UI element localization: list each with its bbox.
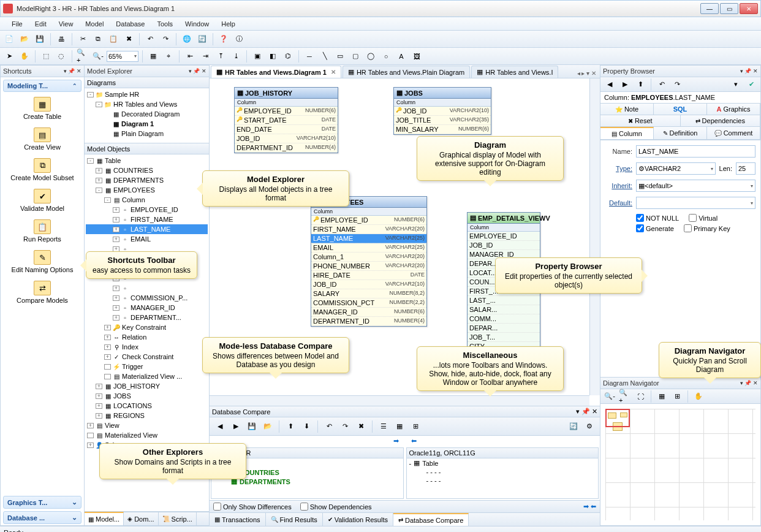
- pin-icon[interactable]: ▾ 📌 ✕: [740, 380, 758, 386]
- menu-edit[interactable]: Edit: [29, 19, 52, 29]
- menu-view[interactable]: View: [53, 19, 79, 29]
- doc-tab-1[interactable]: ▦ HR Tables and Views.Plain Diagram: [343, 66, 470, 78]
- menu-help[interactable]: Help: [216, 19, 241, 29]
- pb-undo-icon[interactable]: ↶: [655, 78, 668, 91]
- type-combo[interactable]: ⚙ VARCHAR2: [636, 162, 716, 175]
- pin-icon[interactable]: ▾ 📌 ✕: [64, 68, 81, 74]
- tab-model[interactable]: ▦ Model...: [85, 512, 124, 525]
- grid-icon[interactable]: ▦: [146, 50, 160, 63]
- dc-grid-icon[interactable]: ▦: [393, 420, 406, 433]
- text-icon[interactable]: A: [395, 50, 408, 63]
- nav-fit-icon[interactable]: ⛶: [634, 390, 647, 403]
- shortcut-compare-models[interactable]: ⇄Compare Models: [1, 278, 84, 309]
- dc-redo-icon[interactable]: ↷: [338, 420, 352, 433]
- tab-validation[interactable]: ✔ Validation Results: [323, 513, 393, 526]
- pointer-icon[interactable]: ➤: [2, 50, 16, 63]
- pb-tab-graphics[interactable]: A Graphics: [707, 104, 760, 115]
- box-icon[interactable]: ◧: [266, 50, 279, 63]
- select-lasso-icon[interactable]: ◌: [55, 50, 68, 63]
- select-rect-icon[interactable]: ⬚: [39, 50, 53, 63]
- paste-icon[interactable]: 📋: [107, 32, 120, 46]
- dc-list-icon[interactable]: ☰: [377, 420, 390, 433]
- delete-icon[interactable]: ✖: [122, 32, 135, 46]
- doc-tab-2[interactable]: ▦ HR Tables and Views.I: [471, 66, 558, 78]
- pb-tab-dependencies[interactable]: ⇄ Dependencies: [681, 115, 761, 127]
- shortcut-create-table[interactable]: ▦Create Table: [1, 94, 84, 125]
- shortcuts-section-modeling[interactable]: Modeling T...⌃: [3, 80, 81, 92]
- pin-icon[interactable]: ▾ 📌 ✕: [189, 68, 206, 74]
- circle-icon[interactable]: ○: [379, 50, 393, 63]
- roundrect-icon[interactable]: ▢: [349, 50, 362, 63]
- hand-icon[interactable]: ✋: [18, 50, 31, 63]
- navigator-viewport[interactable]: [605, 409, 630, 427]
- inherit-combo[interactable]: ▦ <default>: [636, 180, 755, 192]
- tab-controls[interactable]: ◂ ▸ ▾ ✕: [575, 69, 599, 78]
- close-button[interactable]: ✕: [740, 3, 758, 14]
- dc-up-icon[interactable]: ⬆: [284, 420, 297, 433]
- refresh-icon[interactable]: 🌐: [180, 32, 194, 46]
- dc-settings-icon[interactable]: ⚙: [583, 420, 596, 433]
- print-icon[interactable]: 🖶: [55, 32, 68, 46]
- menu-file[interactable]: File: [6, 19, 28, 29]
- navigator-canvas[interactable]: [600, 404, 760, 525]
- menu-tools[interactable]: Tools: [151, 19, 178, 29]
- tab-find-results[interactable]: 🔍 Find Results: [266, 513, 323, 526]
- tab-scripts[interactable]: 📜 Scrip...: [159, 512, 197, 525]
- nav-grid-icon[interactable]: ▦: [655, 390, 668, 403]
- shortcut-create-model-subset[interactable]: ⧉Create Model Subset: [1, 156, 84, 186]
- nav-expand-icon[interactable]: ⊞: [670, 390, 684, 403]
- doc-tab-active[interactable]: ▦ HR Tables and Views.Diagram 1✕: [211, 66, 341, 78]
- pb-back-icon[interactable]: ◀: [603, 78, 616, 91]
- pb-tab-reset[interactable]: ✖ Reset: [600, 115, 681, 127]
- primarykey-checkbox[interactable]: Primary Key: [684, 224, 730, 232]
- canvas-scrollbar-horizontal[interactable]: [210, 395, 589, 406]
- close-tab-icon[interactable]: ✕: [331, 69, 336, 75]
- pin-icon[interactable]: ▾ 📌 ✕: [740, 68, 758, 74]
- align-left-icon[interactable]: ⇤: [183, 50, 197, 63]
- about-icon[interactable]: ⓘ: [232, 32, 246, 46]
- generate-checkbox[interactable]: Generate: [636, 224, 674, 232]
- shortcut-run-reports[interactable]: 📋Run Reports: [1, 217, 84, 248]
- tab-db-compare[interactable]: ⇄ Database Compare: [393, 513, 469, 526]
- align-top-icon[interactable]: ⤒: [214, 50, 227, 63]
- dc-undo-icon[interactable]: ↶: [322, 420, 336, 433]
- nav-zoomin-icon[interactable]: 🔍+: [618, 390, 632, 403]
- zoom-out-icon[interactable]: 🔍-: [91, 50, 105, 63]
- shortcut-validate-model[interactable]: ✔Validate Model: [1, 186, 84, 217]
- only-show-diff-checkbox[interactable]: Only Show Differences: [213, 503, 292, 511]
- menu-database[interactable]: Database: [110, 19, 150, 29]
- pb-apply-icon[interactable]: ✔: [744, 78, 758, 91]
- pb-dropdown-icon[interactable]: ▾: [729, 78, 743, 91]
- sync-icon[interactable]: 🔄: [195, 32, 209, 46]
- default-combo[interactable]: [636, 197, 755, 209]
- len-input[interactable]: [736, 162, 755, 175]
- zoom-in-icon[interactable]: 🔍+: [76, 50, 89, 63]
- relation-icon[interactable]: ─: [303, 50, 316, 63]
- zoom-combo[interactable]: 65%: [107, 51, 138, 62]
- copy-icon[interactable]: ⧉: [91, 32, 105, 46]
- shortcuts-section-graphics[interactable]: Graphics T...⌄: [3, 496, 81, 509]
- dc-fwd-icon[interactable]: ▶: [229, 420, 243, 433]
- dc-delete-icon[interactable]: ✖: [354, 420, 368, 433]
- snap-icon[interactable]: ⌖: [162, 50, 175, 63]
- dc-down-icon[interactable]: ⬇: [300, 420, 313, 433]
- virtual-checkbox[interactable]: Virtual: [689, 214, 717, 222]
- pb-redo-icon[interactable]: ↷: [670, 78, 684, 91]
- shortcut-create-view[interactable]: ▤Create View: [1, 125, 84, 156]
- show-deps-checkbox[interactable]: Show Dependencies: [300, 503, 372, 511]
- pb-tab-comment[interactable]: 💬 Comment: [707, 127, 760, 140]
- entity-employees[interactable]: ▦ EMPLOYEES Column 🔑EMPLOYEE_IDNUMBER(6)…: [311, 196, 427, 327]
- tab-transactions[interactable]: ▦ Transactions: [210, 513, 266, 526]
- undo-icon[interactable]: ↶: [143, 32, 157, 46]
- dc-refresh-icon[interactable]: 🔄: [567, 420, 580, 433]
- help-icon[interactable]: ❓: [217, 32, 230, 46]
- image-icon[interactable]: 🖼: [410, 50, 423, 63]
- open-icon[interactable]: 📂: [18, 32, 31, 46]
- redo-icon[interactable]: ↷: [159, 32, 172, 46]
- line-icon[interactable]: ╲: [318, 50, 331, 63]
- ellipse-icon[interactable]: ◯: [364, 50, 377, 63]
- tab-domains[interactable]: ◈ Dom...: [124, 512, 158, 525]
- cube-icon[interactable]: ▣: [251, 50, 264, 63]
- entity-job-history[interactable]: ▦ JOB_HISTORY Column 🔑EMPLOYEE_IDNUMBER(…: [234, 87, 338, 153]
- dc-target-pane[interactable]: Oracle11g, ORCL11G -▦ Table - - - - - - …: [406, 447, 599, 499]
